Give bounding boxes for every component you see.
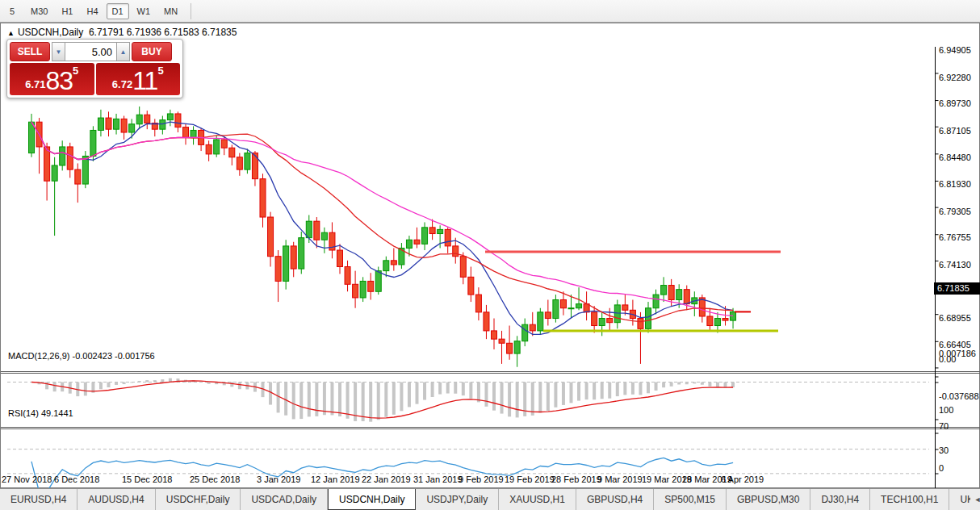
candle-body [129,124,135,132]
candle-body [522,324,528,341]
spinner-up-icon: ▲ [120,48,127,56]
candle-body [391,261,396,265]
tab-ukoil-h[interactable]: UKOil,H [949,489,970,510]
buy-price-pips: 11 [132,69,157,93]
tab-usdjpy-daily[interactable]: USDJPY,Daily [416,489,499,510]
tab-usdchf-daily[interactable]: USDCHF,Daily [156,489,241,510]
indicator-axis-label: -0.037688 [939,391,979,401]
candle-body [484,312,489,331]
sell-price-integer: 6.71 [25,78,45,90]
volume-decrease-button[interactable]: ▼ [52,42,65,61]
date-axis-label: 25 Dec 2018 [190,474,240,484]
candle-body [368,281,374,291]
tab-sp500-m15[interactable]: SP500,M15 [654,489,727,510]
candle-body [614,305,620,323]
collapse-arrow-icon[interactable]: ▲ [7,29,15,37]
candle-body [52,165,57,181]
date-axis-label: 12 Jan 2019 [311,474,360,484]
candle-body [468,277,474,295]
candle-body [383,261,389,271]
candle-body [106,118,111,129]
candle-body [538,312,543,331]
chart-symbol: USDCNH,Daily [18,27,83,38]
candle-body [422,228,428,244]
chart-ohlc-values: 6.71791 6.71936 6.71583 6.71835 [89,27,237,38]
candle-body [445,229,450,245]
price-axis-label: 6.84480 [939,153,971,162]
sell-price-panel[interactable]: 6.71 83 5 [10,63,94,95]
candle-body [653,295,659,308]
candle-body [360,281,366,297]
candle-body [214,140,220,154]
candle-body [429,228,435,234]
date-axis-label: 9 Feb 2019 [459,474,504,484]
volume-input[interactable] [65,42,116,61]
price-axis-label: 6.92280 [939,73,971,82]
candle-body [175,114,181,128]
candle-body [592,312,597,326]
volume-increase-button[interactable]: ▲ [116,42,130,61]
tab-usdcnh-daily[interactable]: USDCNH,Daily [328,489,416,510]
timeframe-button-h1[interactable]: H1 [56,3,78,19]
candle-body [576,304,582,308]
current-price-tag: 6.71835 [934,282,980,295]
candle-body [275,257,281,282]
candle-body [237,157,242,169]
tab-scroll-controls: ◄► [970,489,980,510]
timeframe-button-5[interactable]: 5 [2,3,23,19]
candle-body [283,246,289,282]
buy-button[interactable]: BUY [132,42,172,61]
sell-button[interactable]: SELL [10,42,50,61]
spinner-down-icon: ▼ [56,48,62,56]
timeframe-button-m30[interactable]: M30 [25,3,53,19]
tab-xauusd-h1[interactable]: XAUUSD,H1 [499,489,576,510]
candle-body [206,144,211,154]
timeframe-button-d1[interactable]: D1 [107,3,129,19]
price-axis-label: 6.89730 [939,98,971,108]
candle-body [29,122,35,153]
moving-average-line [31,122,733,316]
candle-body [492,331,497,339]
candle-body [98,118,103,130]
tab-gbpusd-m30[interactable]: GBPUSD,M30 [727,489,810,510]
candle-body [507,343,513,353]
timeframe-button-w1[interactable]: W1 [132,3,157,19]
date-axis-label: 15 Dec 2018 [122,474,172,484]
candle-body [252,153,258,179]
candle-body [699,298,705,316]
candle-body [245,153,250,169]
tab-tech100-h1[interactable]: TECH100,H1 [870,489,949,510]
chart-canvas[interactable] [1,46,980,510]
tab-eurusd-h4[interactable]: EURUSD,H4 [0,489,77,510]
price-axis-label: 6.94905 [939,45,971,55]
timeframe-button-h4[interactable]: H4 [81,3,103,19]
date-axis-label: 9 Mar 2019 [597,474,643,484]
tab-usdcad-daily[interactable]: USDCAD,Daily [241,489,328,510]
macd-label: MACD(12,26,9) -0.002423 -0.001756 [8,351,155,361]
tab-gbpusd-h4[interactable]: GBPUSD,H4 [576,489,654,510]
tab-scroll-left-icon[interactable]: ◄ [970,495,980,504]
indicator-axis-label: 0.00 [939,354,956,364]
tab-dj30-h4[interactable]: DJ30,H4 [810,489,870,510]
candle-body [82,156,88,184]
candle-body [607,319,613,323]
candle-body [121,119,127,132]
candle-body [291,246,296,269]
candle-body [475,295,481,312]
tab-audusd-h4[interactable]: AUDUSD,H4 [77,489,155,510]
candle-body [60,147,65,165]
candle-body [676,290,682,300]
indicator-axis-label: 0 [939,463,944,473]
candle-body [568,308,574,309]
candle-body [406,240,412,248]
indicator-axis-label: 70 [939,421,949,431]
candle-body [345,267,350,285]
buy-price-integer: 6.72 [112,78,132,90]
candle-body [646,308,651,329]
timeframe-button-mn[interactable]: MN [158,3,183,19]
candle-body [160,120,165,130]
indicator-axis-label: 30 [939,445,949,455]
one-click-trading-panel: SELL ▼ ▲ BUY 6.71 83 5 6.72 11 5 [6,39,183,98]
indicator-axis-label: 100 [939,405,953,415]
buy-price-panel[interactable]: 6.72 11 5 [96,63,181,95]
